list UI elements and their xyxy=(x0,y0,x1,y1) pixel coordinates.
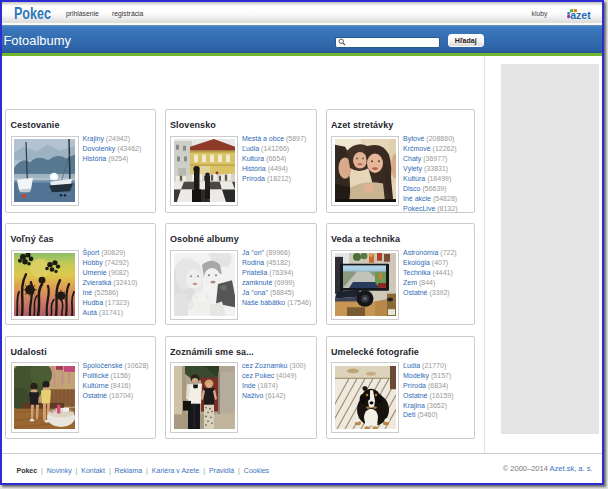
svg-text:azet: azet xyxy=(570,9,591,21)
svg-text:Pokec: Pokec xyxy=(14,5,51,22)
